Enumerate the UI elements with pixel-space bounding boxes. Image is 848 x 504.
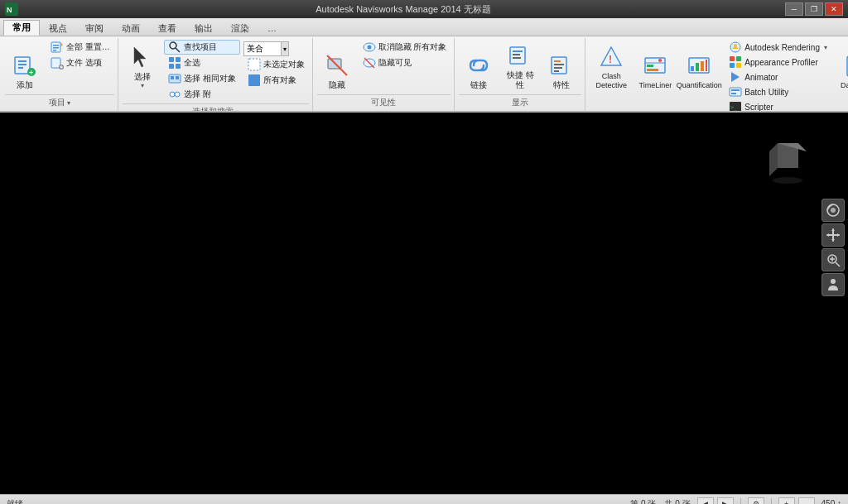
3d-object xyxy=(769,139,807,185)
select-attach-button[interactable]: 选择 附 xyxy=(164,87,240,102)
autodesk-rendering-button[interactable]: Autodesk Rendering ▾ xyxy=(725,40,831,55)
main-canvas[interactable] xyxy=(0,113,848,494)
tab-view[interactable]: 查看 xyxy=(149,20,186,36)
ribbon-group-project: + 添加 全部 重 xyxy=(2,38,118,111)
page-info: 第 0 张，共 0 张 xyxy=(630,498,690,505)
tab-animation[interactable]: 动画 xyxy=(113,20,149,36)
svg-rect-39 xyxy=(513,54,520,55)
svg-rect-40 xyxy=(513,57,521,59)
page-left-button[interactable]: ◀ xyxy=(697,497,714,505)
svg-point-27 xyxy=(175,92,180,97)
orbit-button[interactable] xyxy=(822,199,845,222)
project-group-arrow[interactable]: ▾ xyxy=(67,99,70,107)
ribbon-group-tools: ! Clash Detective TimeLiner xyxy=(586,38,848,111)
quantification-button[interactable]: Quantification xyxy=(677,40,720,93)
hide-button[interactable]: 隐藏 xyxy=(317,40,357,93)
svg-rect-3 xyxy=(18,60,26,62)
animator-button[interactable]: Animator xyxy=(725,70,831,84)
appearance-profiler-button[interactable]: Appearance Profiler xyxy=(725,55,831,70)
pan-button[interactable] xyxy=(822,223,845,247)
svg-rect-20 xyxy=(176,57,181,62)
app-icon: N xyxy=(5,2,18,16)
svg-marker-78 xyxy=(769,143,778,176)
svg-marker-84 xyxy=(831,239,835,242)
tab-output[interactable]: 输出 xyxy=(186,20,222,36)
properties-button[interactable]: 特性 xyxy=(542,40,581,93)
title-bar: N Autodesk Navisworks Manage 2014 无标题 ─ … xyxy=(0,0,848,18)
zoom-in-button[interactable]: + xyxy=(778,497,795,505)
restore-button[interactable]: ❐ xyxy=(805,2,823,16)
svg-line-18 xyxy=(176,48,180,52)
svg-rect-60 xyxy=(730,56,735,61)
svg-rect-9 xyxy=(53,45,59,46)
svg-rect-38 xyxy=(513,50,523,52)
file-options-button[interactable]: 文件 选项 xyxy=(46,55,114,70)
quick-props-button[interactable]: 快捷 特性 xyxy=(500,40,540,93)
find-items-button[interactable]: 查找项目 xyxy=(164,40,240,55)
tab-home[interactable]: 常用 xyxy=(3,20,40,36)
look-button[interactable] xyxy=(822,273,845,296)
svg-point-91 xyxy=(831,279,836,284)
svg-rect-43 xyxy=(554,64,564,65)
link-button[interactable]: 链接 xyxy=(459,40,499,93)
svg-rect-66 xyxy=(731,89,740,91)
scripter-button[interactable]: >_ Scripter xyxy=(725,99,831,113)
ribbon-group-display: 链接 快捷 特性 xyxy=(455,38,585,111)
clash-detective-button[interactable]: ! Clash Detective xyxy=(590,40,633,93)
right-toolbar xyxy=(818,195,848,300)
svg-point-34 xyxy=(367,46,371,50)
window-controls[interactable]: ─ ❐ ✕ xyxy=(785,2,843,16)
svg-marker-16 xyxy=(134,47,146,67)
tab-more[interactable]: … xyxy=(258,20,286,36)
svg-rect-10 xyxy=(53,47,59,49)
close-button[interactable]: ✕ xyxy=(825,2,843,16)
svg-point-52 xyxy=(658,59,662,62)
svg-rect-50 xyxy=(647,65,653,67)
svg-text:!: ! xyxy=(609,54,612,65)
svg-rect-30 xyxy=(248,74,260,86)
zoom-out-button[interactable]: - xyxy=(798,497,815,505)
svg-point-82 xyxy=(831,208,836,213)
zoom-button[interactable] xyxy=(822,248,845,271)
svg-text:+: + xyxy=(29,69,33,77)
status-bar: 就绪 第 0 张，共 0 张 ◀ ▶ ⚙ + - 450 ↑ xyxy=(0,494,848,504)
tab-review[interactable]: 审阅 xyxy=(76,20,113,36)
svg-rect-63 xyxy=(736,63,741,68)
svg-rect-21 xyxy=(169,64,174,69)
ribbon-group-select-search: 选择 ▾ 查找项目 xyxy=(119,38,313,111)
unselected-button[interactable]: 未选定对象 xyxy=(243,57,309,72)
settings-button[interactable]: ⚙ xyxy=(748,497,764,505)
datatools-button[interactable]: DataTools xyxy=(836,40,848,93)
merge-combo[interactable]: 美合 ▾ xyxy=(243,41,289,56)
svg-line-88 xyxy=(836,262,840,266)
svg-rect-67 xyxy=(731,93,736,94)
select-all-button[interactable]: 全选 xyxy=(164,55,240,70)
reset-button[interactable]: 全部 重置… xyxy=(46,40,114,55)
ribbon-group-visibility: 隐藏 取消隐藏 所有对象 xyxy=(314,38,455,111)
svg-rect-4 xyxy=(18,64,26,65)
svg-point-59 xyxy=(734,44,737,47)
unhide-all-button[interactable]: 取消隐藏 所有对象 xyxy=(359,40,451,55)
timeliner-button[interactable]: TimeLiner xyxy=(634,40,677,93)
svg-rect-55 xyxy=(696,63,699,71)
svg-point-26 xyxy=(170,92,175,97)
ribbon-tabs: 常用 视点 审阅 动画 查看 输出 渲染 … xyxy=(0,18,848,36)
svg-rect-24 xyxy=(171,76,174,79)
select-button[interactable]: 选择 ▾ xyxy=(123,40,162,93)
svg-rect-54 xyxy=(691,66,694,71)
page-right-button[interactable]: ▶ xyxy=(717,497,734,505)
tab-render[interactable]: 渲染 xyxy=(222,20,258,36)
svg-rect-44 xyxy=(554,67,562,69)
add-button[interactable]: + 添加 xyxy=(5,40,45,93)
hide-visible-button[interactable]: 隐藏可见 xyxy=(359,55,451,70)
svg-marker-83 xyxy=(831,228,835,231)
select-same-button[interactable]: 选择 相同对象 xyxy=(164,71,240,86)
tab-viewpoint[interactable]: 视点 xyxy=(40,20,76,36)
svg-point-80 xyxy=(773,177,802,184)
svg-rect-22 xyxy=(176,64,181,69)
minimize-button[interactable]: ─ xyxy=(785,2,803,16)
window-title: Autodesk Navisworks Manage 2014 无标题 xyxy=(22,3,785,16)
project-group-label: 项目 xyxy=(49,97,65,108)
batch-utility-button[interactable]: Batch Utility xyxy=(725,84,831,99)
all-objects-button[interactable]: 所有对象 xyxy=(243,73,309,88)
